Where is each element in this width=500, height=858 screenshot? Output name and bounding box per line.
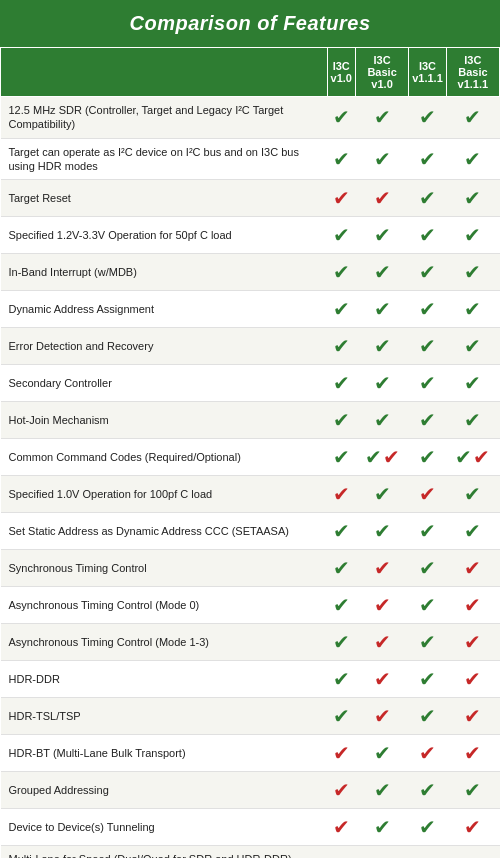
cell-col1: ✔ — [327, 698, 355, 735]
cell-col2: ✔ — [355, 698, 408, 735]
cell-col3: ✔ — [409, 291, 447, 328]
cell-col1: ✔ — [327, 217, 355, 254]
cell-col4: ✔ — [446, 550, 499, 587]
cell-col3: ✔ — [409, 328, 447, 365]
check-green-icon: ✔ — [374, 520, 391, 542]
header-feature — [1, 48, 328, 97]
check-green-icon: ✔ — [333, 372, 350, 394]
cell-col4: ✔ — [446, 735, 499, 772]
check-green-icon: ✔ — [419, 779, 436, 801]
cell-col2: ✔✔ — [355, 439, 408, 476]
feature-label: Dynamic Address Assignment — [1, 291, 328, 328]
check-green-icon: ✔ — [333, 705, 350, 727]
check-red-icon: ✔ — [464, 631, 481, 653]
feature-label: Specified 1.2V-3.3V Operation for 50pf C… — [1, 217, 328, 254]
check-red-icon: ✔ — [333, 187, 350, 209]
table-row: 12.5 MHz SDR (Controller, Target and Leg… — [1, 97, 500, 139]
check-green-icon: ✔ — [419, 372, 436, 394]
cell-col1: ✔ — [327, 513, 355, 550]
cell-col4: ✔ — [446, 97, 499, 139]
check-green-icon: ✔ — [464, 224, 481, 246]
table-row: Dynamic Address Assignment ✔ ✔ ✔ ✔ — [1, 291, 500, 328]
check-red-icon: ✔ — [419, 742, 436, 764]
table-row: Error Detection and Recovery ✔ ✔ ✔ ✔ — [1, 328, 500, 365]
check-green-icon: ✔ — [374, 742, 391, 764]
check-green-icon: ✔ — [333, 594, 350, 616]
check-green-icon: ✔ — [374, 261, 391, 283]
header-col3: I3Cv1.1.1 — [409, 48, 447, 97]
feature-label: HDR-BT (Multi-Lane Bulk Transport) — [1, 735, 328, 772]
check-red-icon: ✔ — [464, 816, 481, 838]
cell-col4: ✔ — [446, 624, 499, 661]
cell-col1: ✔ — [327, 661, 355, 698]
cell-col2: ✔ — [355, 809, 408, 846]
cell-col4: ✔ — [446, 698, 499, 735]
check-green-icon: ✔ — [419, 148, 436, 170]
check-green-icon: ✔ — [419, 557, 436, 579]
header-col4: I3C Basicv1.1.1 — [446, 48, 499, 97]
check-green-icon: ✔ — [419, 446, 436, 468]
cell-col1: ✔ — [327, 138, 355, 180]
feature-label: Device to Device(s) Tunneling — [1, 809, 328, 846]
cell-col4: ✔ — [446, 254, 499, 291]
cell-col2: ✔ — [355, 291, 408, 328]
cell-col1: ✔ — [327, 624, 355, 661]
cell-col3 — [409, 846, 447, 858]
cell-col4: ✔ — [446, 661, 499, 698]
check-green-icon: ✔ — [419, 520, 436, 542]
check-green-icon: ✔ — [374, 372, 391, 394]
cell-col2: ✔ — [355, 365, 408, 402]
feature-label: HDR-DDR — [1, 661, 328, 698]
table-row: Grouped Addressing ✔ ✔ ✔ ✔ — [1, 772, 500, 809]
check-green-icon: ✔ — [464, 520, 481, 542]
header-col2: I3C Basicv1.0 — [355, 48, 408, 97]
check-green-icon: ✔ — [464, 483, 481, 505]
cell-col3: ✔ — [409, 735, 447, 772]
cell-col4: ✔ — [446, 772, 499, 809]
check-red-icon: ✔ — [464, 668, 481, 690]
feature-label: Common Command Codes (Required/Optional) — [1, 439, 328, 476]
feature-label: Specified 1.0V Operation for 100pf C loa… — [1, 476, 328, 513]
cell-col3: ✔ — [409, 772, 447, 809]
cell-col4: ✔ — [446, 291, 499, 328]
check-green-icon: ✔ — [333, 520, 350, 542]
cell-col4: ✔ — [446, 402, 499, 439]
cell-col3: ✔ — [409, 97, 447, 139]
table-row: Common Command Codes (Required/Optional)… — [1, 439, 500, 476]
cell-col3: ✔ — [409, 254, 447, 291]
cell-col3: ✔ — [409, 624, 447, 661]
check-green-icon: ✔ — [419, 106, 436, 128]
check-red-icon: ✔ — [374, 557, 391, 579]
check-red-icon: ✔ — [333, 483, 350, 505]
table-row: Target can operate as I²C device on I²C … — [1, 138, 500, 180]
feature-label: Grouped Addressing — [1, 772, 328, 809]
cell-col2: ✔ — [355, 180, 408, 217]
table-row: HDR-TSL/TSP ✔ ✔ ✔ ✔ — [1, 698, 500, 735]
cell-col4: ✔ — [446, 138, 499, 180]
check-green-icon: ✔ — [419, 224, 436, 246]
check-green-icon: ✔ — [374, 816, 391, 838]
feature-label: HDR-TSL/TSP — [1, 698, 328, 735]
check-red-icon: ✔ — [333, 779, 350, 801]
check-green-icon: ✔ — [464, 335, 481, 357]
feature-label: Synchronous Timing Control — [1, 550, 328, 587]
cell-col1 — [327, 846, 355, 858]
cell-col1: ✔ — [327, 365, 355, 402]
check-green-icon: ✔ — [333, 631, 350, 653]
feature-label: Hot-Join Mechanism — [1, 402, 328, 439]
check-green-icon: ✔ — [374, 335, 391, 357]
cell-col4: ✔ — [446, 809, 499, 846]
cell-col1: ✔ — [327, 291, 355, 328]
check-red-icon: ✔ — [374, 187, 391, 209]
cell-col2: ✔ — [355, 254, 408, 291]
cell-col4: ✔ — [446, 217, 499, 254]
cell-col1: ✔ — [327, 476, 355, 513]
cell-col1: ✔ — [327, 439, 355, 476]
cell-col3: ✔ — [409, 476, 447, 513]
cell-col2: ✔ — [355, 772, 408, 809]
cell-col3: ✔ — [409, 698, 447, 735]
cell-col1: ✔ — [327, 254, 355, 291]
feature-label: Asynchronous Timing Control (Mode 0) — [1, 587, 328, 624]
feature-label: Target can operate as I²C device on I²C … — [1, 138, 328, 180]
cell-col4 — [446, 846, 499, 858]
